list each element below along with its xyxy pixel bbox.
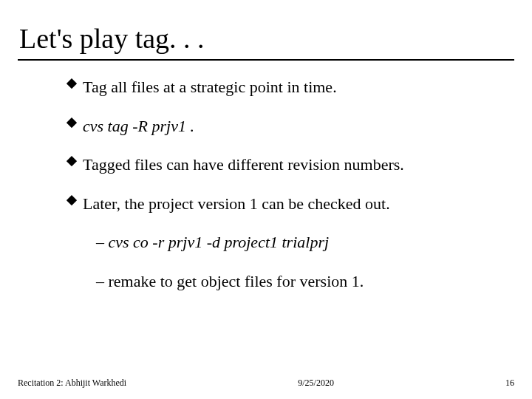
- diamond-bullet-icon: [66, 195, 77, 205]
- sub-list: cvs co -r prjv1 -d project1 trialprj rem…: [96, 232, 514, 292]
- list-item: Later, the project version 1 can be chec…: [66, 194, 514, 215]
- page-number: 16: [505, 378, 514, 389]
- list-item: Tagged files can have different revision…: [66, 154, 514, 176]
- footer: Recitation 2: Abhijit Warkhedi 9/25/2020…: [0, 378, 532, 389]
- diamond-bullet-icon: [66, 78, 77, 89]
- svg-rect-3: [66, 195, 77, 205]
- bullet-text: Tagged files can have different revision…: [83, 154, 404, 176]
- diamond-bullet-icon: [66, 156, 77, 166]
- svg-rect-2: [66, 156, 77, 166]
- svg-rect-0: [66, 78, 77, 89]
- diamond-bullet-icon: [66, 117, 77, 128]
- list-item: Tag all files at a strategic point in ti…: [66, 77, 514, 98]
- sub-item: cvs co -r prjv1 -d project1 trialprj: [96, 232, 514, 253]
- list-item: cvs tag -R prjv1 .: [66, 116, 514, 137]
- bullet-text: Tag all files at a strategic point in ti…: [83, 77, 337, 98]
- bullet-text: Later, the project version 1 can be chec…: [83, 194, 390, 215]
- sub-item: remake to get object files for version 1…: [96, 271, 514, 293]
- bullet-text: cvs tag -R prjv1 .: [83, 116, 194, 137]
- svg-rect-1: [66, 117, 77, 128]
- footer-left: Recitation 2: Abhijit Warkhedi: [18, 378, 126, 389]
- slide: Let's play tag. . . Tag all files at a s…: [0, 0, 532, 399]
- footer-date: 9/25/2020: [126, 378, 505, 389]
- slide-title: Let's play tag. . .: [18, 22, 514, 61]
- bullet-list: Tag all files at a strategic point in ti…: [66, 77, 514, 214]
